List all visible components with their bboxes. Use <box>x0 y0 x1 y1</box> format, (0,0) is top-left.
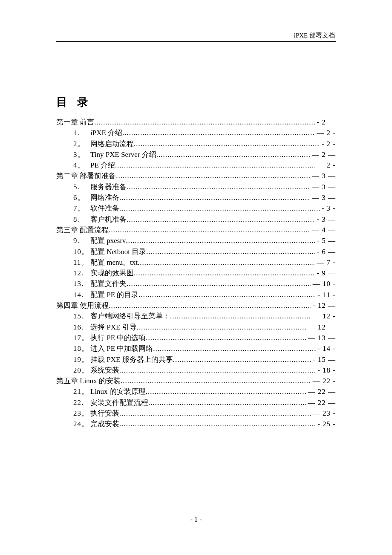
toc-item: 23。执行安装— 23 - <box>56 408 336 419</box>
toc-label: 第五章 Linux 的安装 <box>56 376 121 386</box>
toc-item: 12.实现的效果图- 9 — <box>56 268 336 278</box>
toc-label: 配置文件夹 <box>90 279 127 289</box>
toc-leader-dots <box>94 117 315 127</box>
toc-item-number: 19。 <box>73 355 90 365</box>
toc-item: 11。配置 menu。txt— 7 - <box>56 257 336 268</box>
toc-item: 17。执行 PE 中的选项— 13 — <box>56 333 336 343</box>
toc-leader-dots <box>173 355 311 365</box>
toc-page-ref: - 3 - <box>322 203 336 214</box>
toc-item: 24。完成安装- 25 - <box>56 419 336 429</box>
toc-item-number: 11。 <box>73 257 90 268</box>
toc-chapter: 第三章 配置流程— 4 — <box>56 225 336 235</box>
toc-page-ref: — 22 — <box>308 398 336 408</box>
toc-label: 进入 PE 中加载网络 <box>90 344 153 354</box>
toc-item: 16.选择 PXE 引导— 12 — <box>56 322 336 332</box>
toc-leader-dots <box>170 311 311 321</box>
toc-item: 4。PE 介绍— 2 - <box>56 160 336 171</box>
toc-page-ref: — 7 - <box>317 257 336 268</box>
toc-chapter: 第四章 使用流程- 12 — <box>56 301 336 311</box>
toc-item-number: 14. <box>73 290 90 300</box>
toc-item: 10。配置 Netboot 目录- 6 — <box>56 247 336 257</box>
toc-list: 第一章 前言- 2 —1.iPXE 介绍— 2 -2。网络启动流程- 2 -3。… <box>56 117 336 429</box>
toc-page-ref: — 3 — <box>312 193 336 203</box>
toc-label: 配置 Netboot 目录 <box>90 247 146 257</box>
toc-item-number: 10。 <box>73 247 90 257</box>
toc-label: 安装文件配置流程 <box>90 398 148 408</box>
toc-label: 网络启动流程 <box>90 139 134 149</box>
toc-leader-dots <box>134 139 320 149</box>
toc-label: 执行 PE 中的选项 <box>90 333 146 343</box>
toc-item: 8.客户机准备- 3 — <box>56 214 336 225</box>
toc-page-ref: - 9 — <box>317 268 336 278</box>
toc-item-number: 7。 <box>73 203 90 214</box>
toc-leader-dots <box>109 225 310 235</box>
toc-label: 执行安装 <box>90 408 119 419</box>
toc-item: 13.配置文件夹— 10 - <box>56 279 336 289</box>
toc-label: iPXE 介绍 <box>90 128 122 138</box>
toc-item-number: 24。 <box>73 419 90 429</box>
toc-page-ref: — 2 - <box>317 160 336 171</box>
toc-label: PE 介绍 <box>90 160 115 171</box>
toc-item-number: 3。 <box>73 150 90 160</box>
toc-leader-dots <box>119 408 311 419</box>
toc-page-ref: - 2 — <box>317 117 336 127</box>
toc-item: 7。软件准备- 3 - <box>56 203 336 214</box>
toc-page-ref: — 3 — <box>312 171 336 181</box>
toc-item: 21。Linux 的安装原理— 22 — <box>56 387 336 397</box>
toc-page-ref: - 15 — <box>313 355 336 365</box>
toc-item-number: 16. <box>73 322 90 332</box>
toc-page-ref: - 5 — <box>317 236 336 246</box>
toc-leader-dots <box>126 236 315 246</box>
toc-leader-dots <box>109 301 311 311</box>
toc-label: 系统安装 <box>90 365 119 376</box>
toc-page-ref: — 22 - <box>313 376 336 386</box>
toc-item-number: 20。 <box>73 365 90 376</box>
toc-leader-dots <box>148 398 306 408</box>
toc-item-number: 18。 <box>73 344 90 354</box>
toc-item-number: 6。 <box>73 193 90 203</box>
toc-leader-dots <box>122 128 315 138</box>
toc-item: 6。网络准备— 3 — <box>56 193 336 203</box>
toc-leader-dots <box>146 247 315 257</box>
toc-page-ref: - 2 - <box>322 139 336 149</box>
toc-page-ref: - 3 — <box>317 214 336 225</box>
toc-page-ref: - 18 - <box>317 365 336 376</box>
toc-leader-dots <box>119 365 316 376</box>
doc-header: iPXE 部署文档 <box>56 32 336 41</box>
toc-item: 20。系统安装- 18 - <box>56 365 336 376</box>
toc-item: 14.配置 PE 的目录- 11 - <box>56 290 336 300</box>
toc-item-number: 21。 <box>73 387 90 397</box>
toc-page-ref: — 12 - <box>313 311 336 321</box>
toc-item: 22.安装文件配置流程— 22 — <box>56 398 336 408</box>
toc-leader-dots <box>156 150 310 160</box>
toc-page-ref: — 10 - <box>313 279 336 289</box>
toc-page-ref: — 22 — <box>308 387 336 397</box>
toc-page-ref: — 23 - <box>313 408 336 419</box>
toc-label: 第二章 部署前准备 <box>56 171 116 181</box>
toc-page-ref: - 14 - <box>317 344 336 354</box>
toc-item: 15.客户端网络引导至菜单：— 12 - <box>56 311 336 321</box>
toc-leader-dots <box>138 257 315 268</box>
toc-item-number: 23。 <box>73 408 90 419</box>
toc-leader-dots <box>134 268 315 278</box>
toc-page-ref: — 2 — <box>312 150 336 160</box>
toc-page-ref: — 4 — <box>312 225 336 235</box>
toc-item-number: 13. <box>73 279 90 289</box>
toc-item-number: 8. <box>73 214 90 225</box>
toc-item-number: 2。 <box>73 139 90 149</box>
toc-leader-dots <box>146 333 306 343</box>
toc-leader-dots <box>119 203 320 214</box>
toc-label: 实现的效果图 <box>90 268 134 278</box>
toc-leader-dots <box>115 160 315 171</box>
toc-item: 18。进入 PE 中加载网络- 14 - <box>56 344 336 354</box>
toc-item-number: 5. <box>73 182 90 192</box>
toc-item-number: 9. <box>73 236 90 246</box>
toc-label: Tiny PXE Server 介绍 <box>90 150 156 160</box>
toc-label: 完成安装 <box>90 419 119 429</box>
toc-label: 第一章 前言 <box>56 117 94 127</box>
toc-item: 1.iPXE 介绍— 2 - <box>56 128 336 138</box>
toc-label: 选择 PXE 引导 <box>90 322 137 332</box>
toc-leader-dots <box>127 214 315 225</box>
toc-item-number: 12. <box>73 268 90 278</box>
toc-item-number: 17。 <box>73 333 90 343</box>
